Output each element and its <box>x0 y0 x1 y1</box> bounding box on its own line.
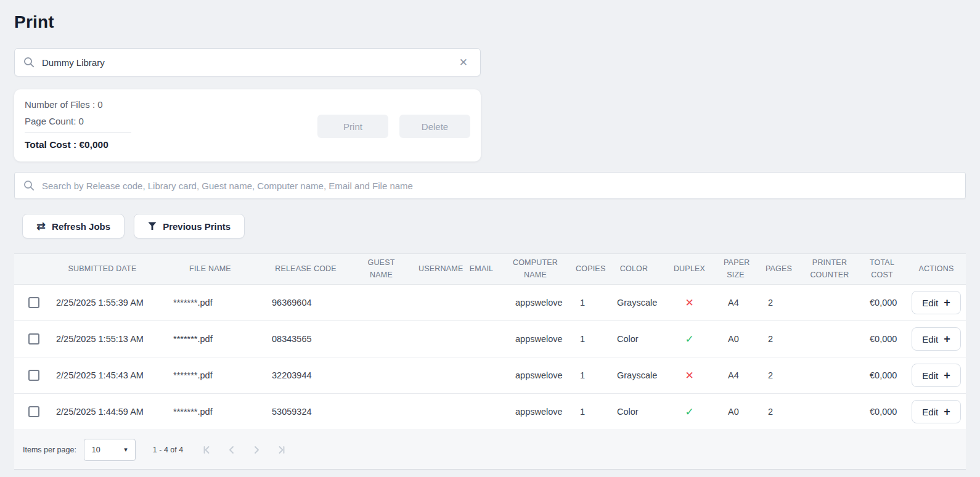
row-checkbox[interactable] <box>28 406 39 417</box>
cell-release-code: 96369604 <box>259 285 352 321</box>
cell-total-cost: €0,000 <box>857 394 907 430</box>
column-header-release-code: RELEASE CODE <box>259 254 352 285</box>
column-header-duplex: DUPLEX <box>663 254 716 285</box>
edit-button-label: Edit <box>922 407 938 417</box>
number-of-files: Number of Files : 0 <box>25 99 470 110</box>
cell-computer-name: appswelove <box>503 285 568 321</box>
jobs-search-box <box>14 172 966 199</box>
cell-email <box>460 321 503 357</box>
cell-select <box>14 357 44 394</box>
cell-paper-size: A0 <box>716 321 756 357</box>
filter-icon <box>148 222 157 230</box>
row-checkbox[interactable] <box>28 333 39 344</box>
cell-submitted-date: 2/25/2025 1:44:59 AM <box>44 394 161 430</box>
next-page-icon[interactable] <box>251 444 262 455</box>
items-per-page-label: Items per page: <box>23 446 76 454</box>
plus-icon: + <box>944 333 950 344</box>
cell-total-cost: €0,000 <box>857 285 907 321</box>
table-row: 2/25/2025 1:55:39 AM *******.pdf 9636960… <box>14 285 966 321</box>
print-summary-card: Number of Files : 0 Page Count: 0 Total … <box>14 89 481 161</box>
cell-guest-name <box>352 394 410 430</box>
cell-file-name: *******.pdf <box>161 321 259 357</box>
cell-actions: Edit + <box>907 357 966 394</box>
cell-username <box>410 321 460 357</box>
edit-button[interactable]: Edit + <box>912 364 961 387</box>
duplex-status-icon: ✓ <box>685 333 693 345</box>
library-search-input[interactable] <box>42 57 455 68</box>
edit-button[interactable]: Edit + <box>912 400 961 423</box>
duplex-status-icon: ✕ <box>685 370 693 381</box>
edit-button[interactable]: Edit + <box>912 291 961 314</box>
previous-page-icon[interactable] <box>226 444 237 455</box>
cell-guest-name <box>352 321 410 357</box>
cell-total-cost: €0,000 <box>857 321 907 357</box>
cell-release-code: 08343565 <box>259 321 352 357</box>
edit-button[interactable]: Edit + <box>912 327 961 351</box>
cell-paper-size: A0 <box>716 394 756 430</box>
edit-button-label: Edit <box>922 334 938 344</box>
cell-select <box>14 394 44 430</box>
cell-color: Color <box>605 394 663 430</box>
print-page: Print ✕ Number of Files : 0 Page Count: … <box>0 0 980 470</box>
column-header-email: EMAIL <box>460 254 503 285</box>
cell-printer-counter <box>802 357 857 394</box>
cell-submitted-date: 2/25/2025 1:55:39 AM <box>44 285 161 321</box>
cell-pages: 2 <box>756 357 802 394</box>
summary-divider <box>25 132 131 133</box>
page-range-label: 1 - 4 of 4 <box>153 446 183 454</box>
page-size-select[interactable]: 10 ▾ <box>84 439 136 461</box>
cell-pages: 2 <box>756 321 802 357</box>
search-icon <box>23 180 35 191</box>
row-checkbox[interactable] <box>28 297 39 308</box>
refresh-jobs-button[interactable]: ⇄ Refresh Jobs <box>22 214 125 238</box>
cell-select <box>14 285 44 321</box>
edit-button-label: Edit <box>922 298 938 308</box>
print-button[interactable]: Print <box>317 115 388 138</box>
cell-computer-name: appswelove <box>503 357 568 394</box>
cell-paper-size: A4 <box>716 357 756 394</box>
cell-submitted-date: 2/25/2025 1:55:13 AM <box>44 321 161 357</box>
first-page-icon[interactable] <box>202 444 213 455</box>
cell-copies: 1 <box>568 357 605 394</box>
refresh-jobs-label: Refresh Jobs <box>52 221 110 232</box>
cell-color: Grayscale <box>605 357 663 394</box>
cell-duplex: ✕ <box>663 357 716 394</box>
summary-actions: Print Delete <box>317 115 470 138</box>
previous-prints-button[interactable]: Previous Prints <box>134 214 245 238</box>
delete-button[interactable]: Delete <box>399 115 470 138</box>
cell-email <box>460 357 503 394</box>
cell-release-code: 32203944 <box>259 357 352 394</box>
cell-email <box>460 394 503 430</box>
cell-pages: 2 <box>756 285 802 321</box>
cell-email <box>460 285 503 321</box>
table-body: 2/25/2025 1:55:39 AM *******.pdf 9636960… <box>14 285 966 430</box>
cell-paper-size: A4 <box>716 285 756 321</box>
print-jobs-table: SUBMITTED DATE FILE NAME RELEASE CODE GU… <box>14 253 966 430</box>
table-header-row: SUBMITTED DATE FILE NAME RELEASE CODE GU… <box>14 254 966 285</box>
swap-arrows-icon: ⇄ <box>36 221 46 232</box>
cell-username <box>410 285 460 321</box>
plus-icon: + <box>944 370 950 381</box>
column-header-printer-counter: PRINTER COUNTER <box>802 254 857 285</box>
cell-printer-counter <box>802 321 857 357</box>
cell-file-name: *******.pdf <box>161 394 259 430</box>
row-checkbox[interactable] <box>28 370 39 381</box>
cell-pages: 2 <box>756 394 802 430</box>
previous-prints-label: Previous Prints <box>163 221 231 232</box>
cell-color: Grayscale <box>605 285 663 321</box>
last-page-icon[interactable] <box>276 444 287 455</box>
paginator: Items per page: 10 ▾ 1 - 4 of 4 <box>14 430 966 470</box>
cell-guest-name <box>352 357 410 394</box>
column-header-actions: ACTIONS <box>907 254 966 285</box>
plus-icon: + <box>944 297 950 308</box>
clear-search-icon[interactable]: ✕ <box>455 56 472 69</box>
duplex-status-icon: ✓ <box>685 406 693 418</box>
cell-submitted-date: 2/25/2025 1:45:43 AM <box>44 357 161 394</box>
duplex-status-icon: ✕ <box>685 297 693 309</box>
cell-duplex: ✕ <box>663 285 716 321</box>
column-header-total-cost: TOTAL COST <box>857 254 907 285</box>
cell-copies: 1 <box>568 321 605 357</box>
jobs-search-input[interactable] <box>42 181 957 191</box>
cell-printer-counter <box>802 285 857 321</box>
column-header-paper-size: PAPER SIZE <box>716 254 756 285</box>
